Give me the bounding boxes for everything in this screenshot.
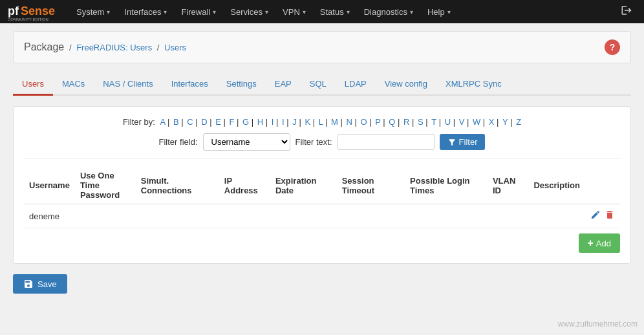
add-button[interactable]: + Add	[579, 233, 620, 253]
col-username: Username	[24, 167, 75, 204]
help-icon[interactable]: ?	[605, 39, 620, 55]
alpha-v[interactable]: V	[459, 117, 465, 127]
alpha-w[interactable]: W	[473, 117, 480, 127]
plus-icon: +	[588, 237, 594, 249]
filter-text-input[interactable]	[338, 134, 435, 150]
breadcrumb: Package / FreeRADIUS: Users / Users ?	[13, 31, 631, 63]
tab-viewconfig[interactable]: View config	[376, 74, 436, 94]
filter-alphabet: Filter by: A | B | C | D | E | F | G | H…	[24, 117, 620, 127]
cell-5	[337, 204, 405, 228]
nav-items: System ▾ Interfaces ▾ Firewall ▾ Service…	[70, 3, 614, 21]
col-otp: Use One Time Password	[75, 167, 136, 204]
alpha-z[interactable]: Z	[516, 117, 521, 127]
cell-actions	[585, 204, 620, 228]
tab-nas-clients[interactable]: NAS / Clients	[94, 74, 162, 94]
add-button-label: Add	[596, 239, 611, 248]
tab-users[interactable]: Users	[13, 74, 53, 96]
alpha-n[interactable]: N	[347, 117, 352, 127]
cell-1	[75, 204, 136, 228]
divider	[24, 158, 620, 159]
nav-system[interactable]: System ▾	[70, 3, 116, 21]
tab-xmlrpc[interactable]: XMLRPC Sync	[436, 74, 511, 94]
tab-settings[interactable]: Settings	[217, 74, 266, 94]
save-section: Save	[13, 274, 631, 294]
tabs-bar: Users MACs NAS / Clients Interfaces Sett…	[13, 74, 631, 96]
filter-section: Filter by: A | B | C | D | E | F | G | H…	[24, 117, 620, 151]
tab-interfaces[interactable]: Interfaces	[162, 74, 217, 94]
filter-button[interactable]: Filter	[440, 134, 486, 150]
alpha-e[interactable]: E	[215, 117, 221, 127]
breadcrumb-freeradius[interactable]: FreeRADIUS: Users	[76, 43, 152, 52]
col-desc: Description	[528, 167, 585, 204]
tab-ldap[interactable]: LDAP	[336, 74, 376, 94]
table-header: Username Use One Time Password Simult. C…	[24, 167, 620, 204]
col-simult: Simult. Connections	[136, 167, 219, 204]
logout-button[interactable]	[614, 1, 639, 23]
filter-field-label: Filter field:	[159, 137, 198, 147]
chevron-down-icon: ▾	[303, 8, 306, 16]
pfsense-logo: pf Sense COMMUNITY EDITION	[5, 2, 63, 21]
breadcrumb-users[interactable]: Users	[164, 43, 186, 52]
delete-icon[interactable]	[605, 210, 615, 222]
svg-text:pf: pf	[8, 5, 19, 17]
save-button[interactable]: Save	[13, 274, 67, 294]
chevron-down-icon: ▾	[265, 8, 268, 16]
tab-eap[interactable]: EAP	[266, 74, 301, 94]
alpha-j[interactable]: J	[292, 117, 297, 127]
filter-button-label: Filter	[459, 137, 478, 147]
cell-6	[405, 204, 488, 228]
cell-2	[136, 204, 219, 228]
filter-field-select[interactable]: Username Password IP Address Expiration …	[203, 133, 290, 151]
alpha-t[interactable]: T	[431, 117, 436, 127]
filter-text-label: Filter text:	[295, 137, 332, 147]
alpha-d[interactable]: D	[201, 117, 207, 127]
cell-3	[219, 204, 270, 228]
alpha-q[interactable]: Q	[389, 117, 395, 127]
alpha-m[interactable]: M	[331, 117, 338, 127]
tab-macs[interactable]: MACs	[53, 74, 94, 94]
chevron-down-icon: ▾	[107, 8, 110, 16]
cell-8	[528, 204, 585, 228]
alpha-c[interactable]: C	[187, 117, 193, 127]
chevron-down-icon: ▾	[410, 8, 413, 16]
tab-sql[interactable]: SQL	[301, 74, 336, 94]
alpha-s[interactable]: S	[418, 117, 424, 127]
main-panel: Filter by: A | B | C | D | E | F | G | H…	[13, 106, 631, 264]
edit-icon[interactable]	[590, 210, 601, 222]
nav-status[interactable]: Status ▾	[314, 3, 356, 21]
cell-0: deneme	[24, 204, 75, 228]
alpha-b[interactable]: B	[173, 117, 179, 127]
col-ip: IP Address	[219, 167, 270, 204]
col-login-times: Possible Login Times	[405, 167, 488, 204]
alpha-g[interactable]: G	[242, 117, 249, 127]
alpha-p[interactable]: P	[375, 117, 380, 127]
alpha-r[interactable]: R	[403, 117, 409, 127]
users-table: Username Use One Time Password Simult. C…	[24, 167, 620, 228]
table-row: deneme	[24, 204, 620, 228]
add-row: + Add	[24, 233, 620, 253]
nav-diagnostics[interactable]: Diagnostics ▾	[358, 3, 420, 21]
alpha-u[interactable]: U	[445, 117, 451, 127]
col-expdate: Expiration Date	[270, 167, 337, 204]
cell-4	[270, 204, 337, 228]
alpha-k[interactable]: K	[305, 117, 310, 127]
table-body: deneme	[24, 204, 620, 228]
nav-firewall[interactable]: Firewall ▾	[175, 3, 222, 21]
nav-help[interactable]: Help ▾	[421, 3, 457, 21]
save-button-label: Save	[38, 279, 57, 289]
nav-services[interactable]: Services ▾	[224, 3, 275, 21]
brand-logo: pf Sense COMMUNITY EDITION	[5, 2, 63, 21]
alpha-h[interactable]: H	[257, 117, 263, 127]
breadcrumb-package: Package	[24, 41, 64, 52]
filter-row: Filter field: Username Password IP Addre…	[24, 133, 620, 151]
chevron-down-icon: ▾	[164, 8, 167, 16]
alpha-y[interactable]: Y	[502, 117, 508, 127]
logout-icon	[621, 5, 632, 16]
nav-interfaces[interactable]: Interfaces ▾	[118, 3, 173, 21]
cell-7	[488, 204, 529, 228]
alpha-o[interactable]: O	[361, 117, 367, 127]
nav-vpn[interactable]: VPN ▾	[276, 3, 312, 21]
filter-by-label: Filter by:	[123, 117, 155, 127]
filter-icon	[447, 138, 456, 147]
chevron-down-icon: ▾	[347, 8, 350, 16]
